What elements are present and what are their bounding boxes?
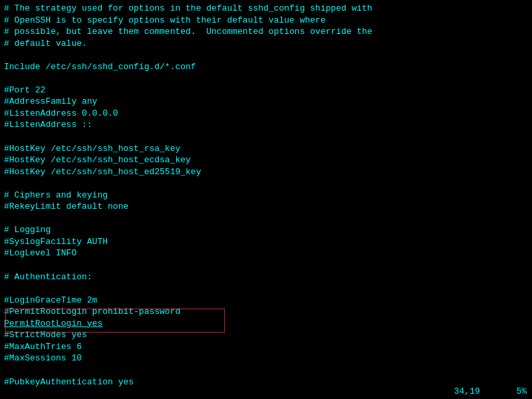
code-line-6: Include /etc/ssh/sshd_config.d/*.conf (4, 61, 528, 73)
code-line-21: #SyslogFacility AUTH (4, 236, 528, 248)
code-line-27: #PermitRootLogin prohibit-password (4, 306, 528, 318)
code-lines: # The strategy used for options in the d… (4, 3, 528, 399)
cursor-position: 34,19 (454, 386, 480, 396)
code-line-1: # The strategy used for options in the d… (4, 3, 528, 15)
code-line-8: #Port 22 (4, 84, 528, 96)
code-line-12 (4, 131, 528, 143)
code-line-24: # Authentication: (4, 271, 528, 283)
code-line-29: #StrictModes yes (4, 329, 528, 341)
code-line-5 (4, 49, 528, 61)
code-line-18: #RekeyLimit default none (4, 201, 528, 213)
status-bar: 34,19 5% (449, 384, 532, 399)
code-line-32 (4, 364, 528, 376)
code-area: # The strategy used for options in the d… (4, 3, 528, 399)
code-line-19 (4, 213, 528, 225)
code-line-9: #AddressFamily any (4, 96, 528, 108)
code-line-16 (4, 178, 528, 190)
terminal: # The strategy used for options in the d… (0, 0, 532, 399)
code-line-7 (4, 72, 528, 84)
code-line-15: #HostKey /etc/ssh/ssh_host_ed25519_key (4, 166, 528, 178)
code-line-25 (4, 283, 528, 295)
code-line-3: # possible, but leave them commented. Un… (4, 26, 528, 38)
code-line-31: #MaxSessions 10 (4, 352, 528, 364)
code-line-28: PermitRootLogin yes (4, 318, 528, 330)
code-line-20: # Logging (4, 224, 528, 236)
code-line-2: # OpenSSH is to specify options with the… (4, 15, 528, 27)
code-line-10: #ListenAddress 0.0.0.0 (4, 108, 528, 120)
code-line-11: #ListenAddress :: (4, 119, 528, 131)
code-line-4: # default value. (4, 38, 528, 50)
code-line-17: # Ciphers and keying (4, 190, 528, 201)
code-line-30: #MaxAuthTries 6 (4, 341, 528, 353)
code-line-22: #LogLevel INFO (4, 247, 528, 259)
code-line-14: #HostKey /etc/ssh/ssh_host_ecdsa_key (4, 154, 528, 166)
code-line-23 (4, 259, 528, 271)
scroll-percent: 5% (516, 386, 527, 396)
code-line-26: #LoginGraceTime 2m (4, 295, 528, 307)
code-line-13: #HostKey /etc/ssh/ssh_host_rsa_key (4, 143, 528, 155)
